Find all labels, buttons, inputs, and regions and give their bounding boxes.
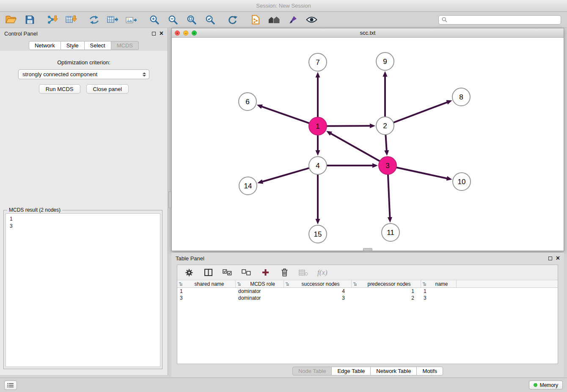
graph-node-11[interactable]: 11 (382, 224, 399, 241)
toolbar-group-view (250, 14, 317, 26)
graph-node-10[interactable]: 10 (453, 173, 471, 190)
zoom-in-button[interactable] (148, 14, 160, 26)
tab-network-table[interactable]: Network Table (371, 367, 417, 375)
share-document-button[interactable] (250, 14, 261, 26)
save-session-button[interactable] (24, 14, 36, 26)
open-folder-icon (6, 15, 17, 24)
column-header-MCDS-role[interactable]: MCDS role (236, 280, 284, 287)
dropdown-stepper-icon (141, 72, 147, 77)
tab-node-table[interactable]: Node Table (292, 367, 332, 375)
float-table-panel-icon[interactable] (548, 257, 552, 260)
tab-style[interactable]: Style (61, 41, 85, 50)
node-label: 7 (316, 58, 319, 66)
table-cell: dominator (236, 295, 284, 301)
zoom-fit-icon (187, 15, 196, 25)
graph-node-6[interactable]: 6 (239, 93, 256, 110)
mcds-result-list[interactable]: 13 (6, 213, 160, 367)
import-network-button[interactable] (47, 14, 58, 26)
zoom-fit-button[interactable] (185, 14, 197, 26)
edge-4-14[interactable] (257, 168, 309, 184)
scrollbar-handle-horizontal[interactable] (363, 248, 372, 251)
graph-node-14[interactable]: 14 (239, 177, 257, 195)
float-panel-icon[interactable] (152, 32, 156, 36)
tab-motifs[interactable]: Motifs (417, 367, 443, 375)
graph-node-4[interactable]: 4 (309, 157, 327, 174)
edge-2-3[interactable] (384, 135, 389, 156)
graph-node-15[interactable]: 15 (309, 225, 327, 243)
criterion-dropdown[interactable]: strongly connected component (18, 69, 149, 79)
add-row-button[interactable] (260, 268, 270, 278)
delete-row-button[interactable] (279, 268, 289, 278)
graph-node-1[interactable]: 1 (309, 117, 327, 135)
node-label: 11 (387, 229, 394, 237)
column-header-predecessor-nodes[interactable]: predecessor nodes (352, 280, 421, 287)
close-table-panel-icon[interactable]: × (556, 255, 560, 262)
close-window-button[interactable]: × (175, 30, 180, 36)
select-all-button[interactable] (222, 268, 232, 278)
column-panel-button[interactable] (203, 268, 213, 278)
edge-1-2[interactable] (327, 124, 375, 128)
memory-button[interactable]: Memory (529, 381, 563, 389)
edge-1-7[interactable] (316, 72, 320, 117)
graph-node-7[interactable]: 7 (309, 53, 327, 71)
edge-3-1[interactable] (326, 131, 380, 161)
edge-1-4[interactable] (316, 135, 320, 156)
task-history-button[interactable] (4, 381, 17, 390)
edge-4-15[interactable] (316, 174, 320, 224)
export-table-button[interactable] (107, 14, 118, 26)
graph-node-3[interactable]: 3 (379, 157, 396, 174)
table-row[interactable]: 1dominator411 (177, 288, 558, 295)
column-header-name[interactable]: name (421, 280, 457, 287)
open-session-button[interactable] (5, 14, 17, 26)
style-button[interactable] (287, 14, 299, 26)
close-panel-button[interactable]: Close panel (86, 84, 129, 94)
graph-node-8[interactable]: 8 (452, 88, 470, 106)
zoom-selected-button[interactable] (204, 14, 216, 26)
window-titlebar[interactable]: Session: New Session (0, 0, 567, 12)
zoom-out-icon (168, 15, 178, 25)
edge-3-10[interactable] (396, 167, 452, 180)
refresh-button[interactable] (227, 14, 239, 26)
table-row[interactable]: 3dominator323 (177, 295, 558, 301)
tab-edge-table[interactable]: Edge Table (332, 367, 371, 375)
table-cell: 1 (352, 288, 421, 294)
edge-1-6[interactable] (257, 105, 309, 123)
deselect-all-button[interactable] (241, 268, 251, 278)
function-builder-button[interactable]: f(x) (317, 268, 328, 277)
network-canvas[interactable]: 1234678910111415 (172, 38, 564, 251)
edge-4-3[interactable] (327, 163, 378, 168)
delete-column-button[interactable] (298, 268, 308, 278)
mcds-panel: Optimization criterion: strongly connect… (0, 51, 168, 375)
zoom-out-button[interactable] (167, 14, 179, 26)
column-header-shared-name[interactable]: shared name (177, 280, 236, 287)
export-image-button[interactable] (125, 14, 137, 26)
splitter-handle-vertical[interactable] (168, 191, 171, 208)
main-toolbar (0, 12, 567, 28)
search-input[interactable] (449, 17, 558, 23)
network-window-title: scc.txt (172, 30, 564, 36)
tab-mcds[interactable]: MCDS (111, 41, 139, 50)
home-button[interactable] (268, 14, 280, 26)
toolbar-group-zoom (148, 14, 216, 26)
minimize-window-button[interactable]: − (183, 30, 188, 36)
edge-3-11[interactable] (388, 174, 392, 223)
run-mcds-button[interactable]: Run MCDS (39, 84, 80, 94)
table-tabs: Node TableEdge TableNetwork TableMotifs (171, 367, 564, 375)
eye-icon (306, 16, 317, 23)
graph-node-9[interactable]: 9 (376, 52, 394, 70)
graph-node-2[interactable]: 2 (376, 117, 394, 135)
table-settings-button[interactable] (184, 268, 194, 278)
tab-select[interactable]: Select (85, 41, 111, 50)
export-network-button[interactable] (88, 14, 100, 26)
column-header-successor-nodes[interactable]: successor nodes (284, 280, 352, 287)
close-panel-icon[interactable]: × (160, 30, 163, 37)
maximize-window-button[interactable]: + (192, 30, 197, 36)
edge-2-9[interactable] (383, 71, 388, 117)
tab-network[interactable]: Network (29, 41, 61, 50)
network-window-titlebar[interactable]: scc.txt × − + (172, 28, 564, 38)
mcds-result-line: 3 (10, 223, 156, 230)
visibility-button[interactable] (306, 14, 317, 26)
search-box[interactable] (438, 15, 561, 25)
import-table-button[interactable] (65, 14, 77, 26)
edge-2-8[interactable] (394, 100, 452, 123)
